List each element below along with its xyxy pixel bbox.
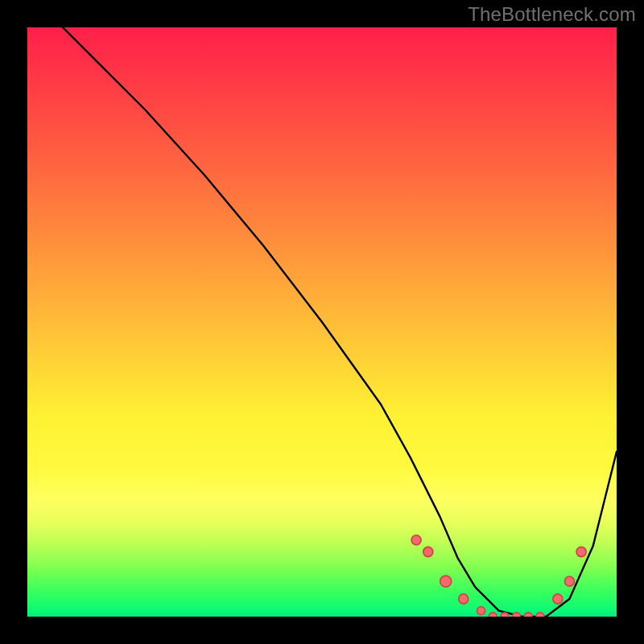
watermark-text: TheBottleneck.com: [468, 3, 636, 26]
marker-dot: [553, 594, 563, 604]
marker-dot: [440, 576, 452, 587]
chart-frame: TheBottleneck.com: [0, 0, 644, 644]
marker-dot: [501, 613, 509, 617]
marker-dot: [411, 535, 421, 545]
marker-dot: [536, 613, 544, 617]
marker-group: [411, 535, 586, 617]
marker-dot: [524, 613, 532, 617]
marker-dot: [564, 576, 574, 586]
marker-dot: [489, 613, 497, 617]
marker-dot: [576, 547, 586, 557]
chart-overlay: [27, 27, 617, 617]
bottleneck-curve: [63, 27, 617, 617]
marker-dot: [513, 613, 521, 617]
marker-dot: [423, 547, 433, 557]
marker-dot: [459, 594, 469, 604]
marker-dot: [477, 607, 485, 615]
